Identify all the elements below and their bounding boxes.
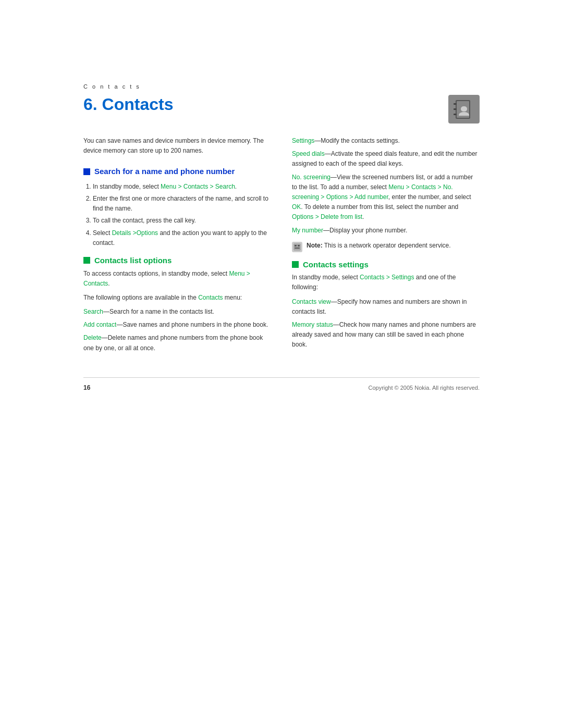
no-screening-link[interactable]: No. screening xyxy=(292,174,331,181)
chapter-icon xyxy=(448,95,480,124)
contacts-menu-link[interactable]: Contacts xyxy=(198,294,223,301)
note-text: Note: This is a network operator depende… xyxy=(307,241,451,251)
contacts-list-section-heading: Contacts list options xyxy=(83,255,271,266)
add-contact-link[interactable]: Add contact xyxy=(83,321,116,328)
svg-rect-2 xyxy=(454,103,457,105)
right-settings-item: Settings—Modify the contacts settings. xyxy=(292,136,480,146)
step-3: To call the contact, press the call key. xyxy=(93,216,271,226)
step-1-menu-link[interactable]: Menu > Contacts > Search xyxy=(161,183,235,190)
section-label: C o n t a c t s xyxy=(83,83,480,90)
step-2-text: Enter the first one or more characters o… xyxy=(93,195,268,212)
note-bold: Note: xyxy=(307,242,323,249)
no-screening-menu-link[interactable]: Menu > Contacts > No. screening > Option… xyxy=(292,183,453,201)
contacts-list-intro: To access contacts options, in standby m… xyxy=(83,269,271,289)
step-4: Select Details >Options and the action y… xyxy=(93,228,271,248)
contacts-view-link[interactable]: Contacts view xyxy=(292,298,331,305)
delete-link[interactable]: Delete xyxy=(83,334,102,341)
svg-rect-4 xyxy=(454,114,457,115)
footer-page-number: 16 xyxy=(83,384,90,391)
right-speed-dials-item: Speed dials—Activate the speed dials fea… xyxy=(292,149,480,169)
step-4-details-link[interactable]: Details >Options xyxy=(112,229,158,237)
right-no-screening-item: No. screening—View the screened numbers … xyxy=(292,172,480,223)
ok-link[interactable]: OK xyxy=(292,203,301,211)
search-section-heading: Search for a name and phone number xyxy=(83,166,271,177)
contacts-settings-intro: In standby mode, select Contacts > Setti… xyxy=(292,273,480,292)
intro-text-left: You can save names and device numbers in… xyxy=(83,136,271,156)
chapter-header: 6. Contacts xyxy=(83,95,480,124)
svg-rect-3 xyxy=(454,108,457,110)
search-heading-square xyxy=(83,168,90,175)
speed-dials-link[interactable]: Speed dials xyxy=(292,150,325,157)
menu-item-search: Search—Search for a name in the contacts… xyxy=(83,307,271,317)
menu-item-add-contact: Add contact—Save names and phone numbers… xyxy=(83,320,271,330)
step-3-text: To call the contact, press the call key. xyxy=(93,217,196,224)
svg-rect-5 xyxy=(293,243,301,251)
right-my-number-item: My number—Display your phone number. xyxy=(292,226,480,236)
page: C o n t a c t s 6. Contacts xyxy=(0,0,563,728)
search-steps-list: In standby mode, select Menu > Contacts … xyxy=(83,182,271,248)
step-1: In standby mode, select Menu > Contacts … xyxy=(93,182,271,192)
contacts-list-following: The following options are available in t… xyxy=(83,293,271,303)
contacts-settings-section-heading: Contacts settings xyxy=(292,260,480,270)
two-column-layout: You can save names and device numbers in… xyxy=(83,136,480,356)
settings-link[interactable]: Settings xyxy=(292,137,314,144)
chapter-title: 6. Contacts xyxy=(83,95,173,114)
svg-rect-6 xyxy=(295,245,297,246)
page-inner: C o n t a c t s 6. Contacts xyxy=(83,0,480,433)
chapter-title-block: 6. Contacts xyxy=(83,95,173,114)
menu-item-delete: Delete—Delete names and phone numbers fr… xyxy=(83,333,271,353)
svg-rect-8 xyxy=(295,248,300,249)
my-number-link[interactable]: My number xyxy=(292,227,323,234)
step-4-text: Select Details >Options and the action y… xyxy=(93,229,267,246)
contacts-view-item: Contacts view—Specify how names and numb… xyxy=(292,297,480,317)
footer-copyright: Copyright © 2005 Nokia. All rights reser… xyxy=(368,385,480,391)
step-2: Enter the first one or more characters o… xyxy=(93,194,271,214)
options-delete-link[interactable]: Options > Delete from list xyxy=(292,213,362,220)
search-heading-text: Search for a name and phone number xyxy=(94,166,235,177)
memory-status-item: Memory status—Check how many names and p… xyxy=(292,320,480,350)
note-box: Note: This is a network operator depende… xyxy=(292,241,480,252)
contacts-settings-link[interactable]: Contacts > Settings xyxy=(360,274,414,281)
contacts-settings-heading-text: Contacts settings xyxy=(303,260,369,270)
contacts-icon xyxy=(454,99,474,120)
left-column: You can save names and device numbers in… xyxy=(83,136,271,356)
step-1-text-before: In standby mode, select Menu > Contacts … xyxy=(93,183,237,190)
contacts-settings-heading-square xyxy=(292,261,299,268)
contacts-list-heading-text: Contacts list options xyxy=(94,255,172,266)
svg-rect-7 xyxy=(298,245,300,246)
footer: 16 Copyright © 2005 Nokia. All rights re… xyxy=(83,377,480,391)
search-link[interactable]: Search xyxy=(83,308,103,315)
note-icon xyxy=(292,242,302,252)
right-column: Settings—Modify the contacts settings. S… xyxy=(292,136,480,356)
contacts-list-menu-link[interactable]: Menu > Contacts xyxy=(83,270,250,287)
contacts-list-heading-square xyxy=(83,257,90,264)
memory-status-link[interactable]: Memory status xyxy=(292,321,333,328)
